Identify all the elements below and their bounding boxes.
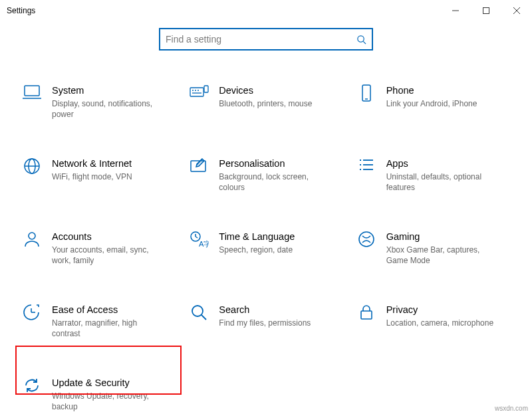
category-text: System Display, sound, notifications, po… <box>52 84 165 120</box>
search-icon <box>187 303 211 322</box>
close-button[interactable] <box>501 0 532 21</box>
category-title: Gaming <box>386 230 499 243</box>
search-box[interactable] <box>159 28 373 51</box>
category-update-security[interactable]: Update & Security Windows Update, recove… <box>19 375 179 413</box>
svg-rect-37 <box>361 311 372 319</box>
category-title: Privacy <box>386 303 493 316</box>
category-text: Time & Language Speech, region, date <box>219 230 295 255</box>
category-search[interactable]: Search Find my files, permissions <box>186 302 346 340</box>
close-icon <box>513 7 520 14</box>
category-title: Apps <box>386 157 499 170</box>
category-time-language[interactable]: A字 Time & Language Speech, region, date <box>186 229 346 267</box>
category-privacy[interactable]: Privacy Location, camera, microphone <box>353 302 513 340</box>
category-desc: Speech, region, date <box>219 245 295 255</box>
category-gaming[interactable]: Gaming Xbox Game Bar, captures, Game Mod… <box>353 229 513 267</box>
category-network[interactable]: Network & Internet WiFi, flight mode, VP… <box>19 156 179 194</box>
personalisation-icon <box>187 157 211 174</box>
maximize-button[interactable] <box>471 0 501 21</box>
category-title: System <box>52 84 165 97</box>
category-accounts[interactable]: Accounts Your accounts, email, sync, wor… <box>19 229 179 267</box>
search-icon <box>356 35 366 45</box>
category-title: Update & Security <box>52 376 165 389</box>
svg-line-30 <box>196 237 198 238</box>
category-text: Accounts Your accounts, email, sync, wor… <box>52 230 165 266</box>
category-phone[interactable]: Phone Link your Android, iPhone <box>353 82 513 121</box>
svg-line-36 <box>201 315 206 320</box>
category-title: Phone <box>386 84 477 97</box>
category-text: Phone Link your Android, iPhone <box>386 84 477 109</box>
category-text: Update & Security Windows Update, recove… <box>52 376 165 412</box>
category-desc: Windows Update, recovery, backup <box>52 391 165 412</box>
category-text: Search Find my files, permissions <box>219 303 311 328</box>
search-submit[interactable] <box>356 35 366 45</box>
category-text: Privacy Location, camera, microphone <box>386 303 493 328</box>
category-apps[interactable]: Apps Uninstall, defaults, optional featu… <box>353 156 513 194</box>
ease-of-access-icon <box>20 303 44 322</box>
laptop-icon <box>20 84 44 101</box>
category-devices[interactable]: Devices Bluetooth, printers, mouse <box>186 82 346 121</box>
category-title: Devices <box>219 84 312 97</box>
svg-point-27 <box>29 233 35 239</box>
category-desc: Xbox Game Bar, captures, Game Mode <box>386 245 499 266</box>
svg-rect-1 <box>483 8 489 14</box>
category-title: Accounts <box>52 230 165 243</box>
window-title: Settings <box>7 6 35 15</box>
category-desc: Narrator, magnifier, high contrast <box>52 318 165 339</box>
category-desc: Location, camera, microphone <box>386 318 493 328</box>
category-desc: WiFi, flight mode, VPN <box>52 171 132 182</box>
category-desc: Link your Android, iPhone <box>386 98 477 109</box>
category-title: Time & Language <box>219 230 295 243</box>
window-controls <box>440 0 532 21</box>
person-icon <box>20 230 44 249</box>
titlebar: Settings <box>0 0 532 21</box>
lock-icon <box>354 303 378 322</box>
search-row <box>0 28 532 51</box>
category-desc: Bluetooth, printers, mouse <box>219 98 312 109</box>
category-system[interactable]: System Display, sound, notifications, po… <box>19 82 179 121</box>
category-title: Personalisation <box>219 157 332 170</box>
time-language-icon: A字 <box>187 230 211 249</box>
category-text: Devices Bluetooth, printers, mouse <box>219 84 312 109</box>
globe-icon <box>20 157 44 175</box>
category-desc: Uninstall, defaults, optional features <box>386 171 499 193</box>
phone-icon <box>354 84 378 102</box>
category-title: Search <box>219 303 311 316</box>
update-icon <box>20 376 44 395</box>
svg-point-4 <box>358 35 364 41</box>
svg-text:A字: A字 <box>199 240 209 248</box>
minimize-button[interactable] <box>440 0 471 21</box>
category-text: Ease of Access Narrator, magnifier, high… <box>52 303 165 339</box>
category-grid: System Display, sound, notifications, po… <box>0 82 532 413</box>
category-text: Apps Uninstall, defaults, optional featu… <box>386 157 499 193</box>
category-title: Ease of Access <box>52 303 165 316</box>
category-text: Gaming Xbox Game Bar, captures, Game Mod… <box>386 230 499 266</box>
svg-line-5 <box>363 41 366 44</box>
svg-rect-9 <box>204 86 208 92</box>
category-text: Network & Internet WiFi, flight mode, VP… <box>52 157 132 182</box>
category-desc: Display, sound, notifications, power <box>52 98 165 120</box>
watermark: wsxdn.com <box>495 405 528 412</box>
category-title: Network & Internet <box>52 157 132 170</box>
gaming-icon <box>354 230 378 249</box>
category-desc: Find my files, permissions <box>219 318 311 328</box>
category-desc: Background, lock screen, colours <box>219 171 332 193</box>
svg-rect-6 <box>25 86 39 96</box>
search-input[interactable] <box>166 34 356 45</box>
svg-rect-8 <box>190 88 203 96</box>
category-text: Personalisation Background, lock screen,… <box>219 157 332 193</box>
keyboard-icon <box>187 84 211 101</box>
category-desc: Your accounts, email, sync, work, family <box>52 245 165 266</box>
category-personalisation[interactable]: Personalisation Background, lock screen,… <box>186 156 346 194</box>
category-ease-of-access[interactable]: Ease of Access Narrator, magnifier, high… <box>19 302 179 340</box>
apps-icon <box>354 157 378 173</box>
svg-point-32 <box>359 232 374 247</box>
maximize-icon <box>483 7 489 14</box>
svg-point-35 <box>192 306 203 316</box>
minimize-icon <box>452 7 459 14</box>
